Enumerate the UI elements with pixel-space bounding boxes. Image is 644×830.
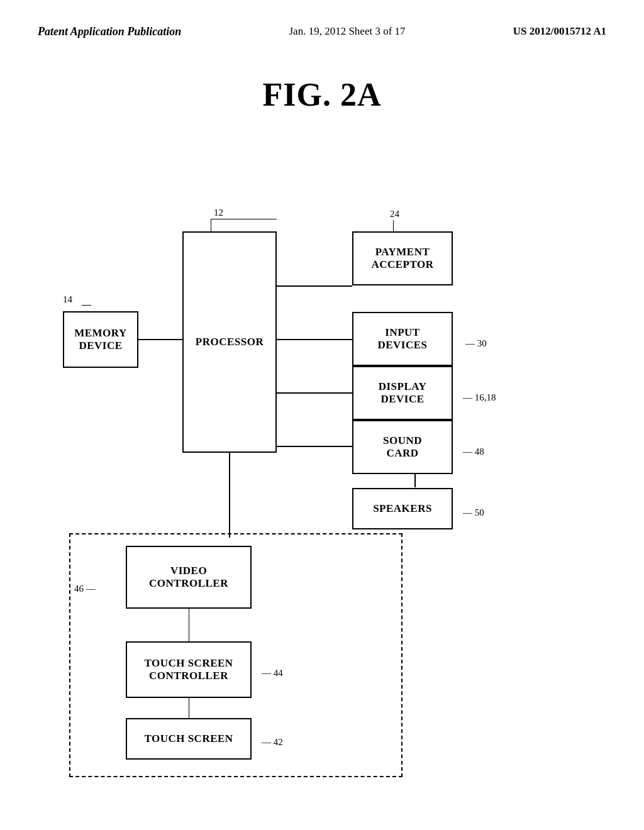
video-controller-box: VIDEO CONTROLLER — [126, 546, 252, 609]
publication-label: Patent Application Publication — [38, 25, 181, 38]
ref-display: — 16,18 — [463, 392, 496, 403]
display-box: DISPLAY DEVICE — [352, 366, 453, 420]
ref-memory: 14 — [63, 294, 72, 305]
page-header: Patent Application Publication Jan. 19, … — [0, 0, 644, 38]
ref-ts: — 42 — [262, 737, 283, 748]
ref-sound: — 48 — [463, 446, 484, 457]
figure-title: FIG. 2A — [0, 76, 644, 113]
ref-payment: 24 — [390, 209, 399, 219]
ref-speakers: — 50 — [463, 507, 484, 518]
ref-video: 46 — — [74, 584, 96, 594]
touchscreen-controller-box: TOUCH SCREEN CONTROLLER — [126, 641, 252, 698]
input-box: INPUT DEVICES — [352, 312, 453, 366]
sound-card-box: SOUND CARD — [352, 420, 453, 474]
memory-box: MEMORY DEVICE — [63, 311, 138, 368]
touchscreen-box: TOUCH SCREEN — [126, 718, 252, 760]
date-sheet-label: Jan. 19, 2012 Sheet 3 of 17 — [289, 25, 405, 38]
diagram: 12 PROCESSOR 14 MEMORY DEVICE 24 PAYMENT… — [0, 126, 644, 817]
processor-box: PROCESSOR — [182, 231, 277, 453]
patent-number-label: US 2012/0015712 A1 — [513, 25, 606, 38]
payment-box: PAYMENT ACCEPTOR — [352, 231, 453, 285]
ref-input: — 30 — [465, 338, 487, 349]
speakers-box: SPEAKERS — [352, 488, 453, 529]
ref-processor: 12 — [214, 208, 223, 218]
ref-tsc: — 44 — [262, 668, 283, 678]
